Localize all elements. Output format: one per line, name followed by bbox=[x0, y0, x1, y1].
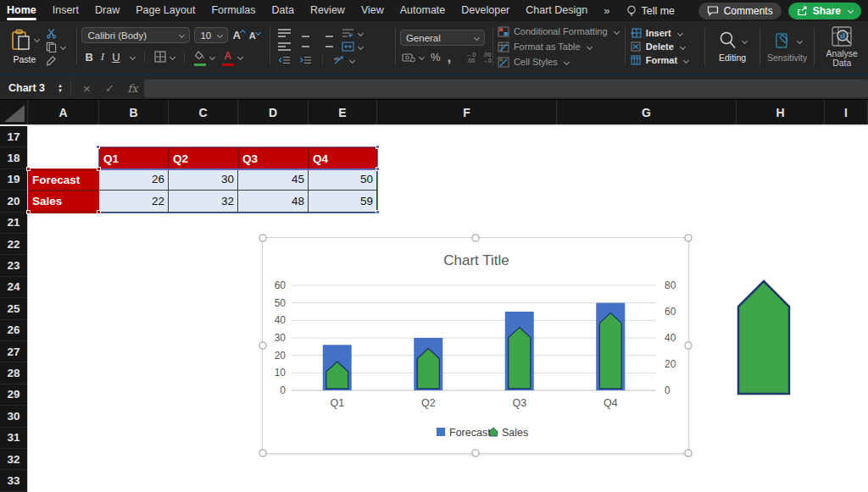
column-header-F[interactable]: F bbox=[377, 100, 557, 124]
borders-button[interactable] bbox=[154, 51, 175, 63]
range-handle[interactable] bbox=[26, 167, 31, 171]
comments-button[interactable]: Comments bbox=[698, 3, 782, 19]
number-format-select[interactable]: General bbox=[400, 30, 485, 46]
share-button[interactable]: Share bbox=[788, 3, 861, 19]
tab-overflow-icon[interactable]: » bbox=[604, 4, 610, 17]
chart-resize-handle[interactable] bbox=[472, 235, 480, 242]
range-handle[interactable] bbox=[97, 167, 101, 171]
tab-insert[interactable]: Insert bbox=[53, 1, 79, 21]
chart-resize-handle[interactable] bbox=[259, 450, 267, 457]
comma-style-button[interactable]: , bbox=[447, 54, 451, 61]
font-name-select[interactable]: Calibri (Body) bbox=[81, 27, 190, 43]
orientation-button[interactable]: ab bbox=[333, 55, 354, 65]
analyse-data-button[interactable]: AnalyseData bbox=[819, 25, 865, 69]
tell-me-button[interactable]: Tell me bbox=[626, 5, 675, 17]
tab-developer[interactable]: Developer bbox=[461, 1, 509, 21]
cell-quarter-header-Q2[interactable]: Q2 bbox=[169, 147, 238, 169]
row-header-24[interactable]: 24 bbox=[0, 277, 27, 298]
range-handle[interactable] bbox=[26, 210, 31, 214]
row-header-21[interactable]: 21 bbox=[0, 213, 27, 234]
chart-resize-handle[interactable] bbox=[685, 450, 693, 457]
align-top-button[interactable] bbox=[278, 29, 291, 37]
underline-button[interactable]: U bbox=[112, 51, 120, 64]
cell-quarter-header-Q1[interactable]: Q1 bbox=[99, 147, 169, 169]
chart-resize-handle[interactable] bbox=[472, 450, 480, 457]
format-painter-button[interactable] bbox=[46, 55, 57, 66]
align-right-button[interactable] bbox=[320, 42, 333, 51]
range-handle[interactable] bbox=[97, 210, 101, 214]
green-pentagon-shape[interactable] bbox=[737, 279, 791, 396]
cell-value[interactable]: 30 bbox=[169, 169, 238, 191]
delete-cells-button[interactable]: Delete bbox=[630, 41, 700, 52]
insert-function-button[interactable]: fx bbox=[121, 82, 144, 95]
cell-series-label-sales[interactable]: Sales bbox=[29, 191, 99, 212]
pentagon-sales-Q4[interactable] bbox=[599, 313, 621, 389]
cell-value[interactable]: 26 bbox=[99, 169, 169, 191]
tab-data[interactable]: Data bbox=[271, 1, 293, 21]
tab-home[interactable]: Home bbox=[7, 1, 36, 21]
row-header-23[interactable]: 23 bbox=[0, 255, 27, 276]
tab-draw[interactable]: Draw bbox=[95, 1, 120, 21]
row-header-30[interactable]: 30 bbox=[0, 406, 27, 427]
column-header-A[interactable]: A bbox=[28, 100, 99, 124]
chart-resize-handle[interactable] bbox=[685, 342, 693, 350]
row-header-25[interactable]: 25 bbox=[0, 298, 27, 319]
column-header-H[interactable]: H bbox=[737, 100, 825, 124]
select-all-button[interactable] bbox=[0, 100, 28, 124]
bold-button[interactable]: B bbox=[85, 51, 92, 64]
row-header-27[interactable]: 27 bbox=[0, 341, 27, 362]
grow-font-button[interactable]: A bbox=[232, 29, 244, 41]
sensitivity-button[interactable]: Sensitivity bbox=[765, 25, 810, 69]
column-header-D[interactable]: D bbox=[238, 100, 309, 124]
pentagon-sales-Q3[interactable] bbox=[509, 328, 531, 389]
enter-button[interactable]: ✓ bbox=[98, 82, 121, 95]
cell-styles-button[interactable]: Cell Styles bbox=[498, 57, 620, 68]
accounting-format-button[interactable] bbox=[402, 53, 424, 63]
row-header-29[interactable]: 29 bbox=[0, 384, 27, 406]
row-header-32[interactable]: 32 bbox=[0, 449, 27, 470]
chart-resize-handle[interactable] bbox=[685, 235, 693, 242]
paste-button[interactable]: Paste bbox=[5, 25, 44, 69]
tab-page-layout[interactable]: Page Layout bbox=[136, 1, 195, 21]
column-header-C[interactable]: C bbox=[169, 100, 238, 124]
align-bottom-button[interactable] bbox=[320, 29, 333, 37]
align-center-button[interactable] bbox=[299, 42, 312, 51]
chart-resize-handle[interactable] bbox=[259, 342, 267, 350]
insert-cells-button[interactable]: Insert bbox=[630, 28, 700, 38]
chart-object[interactable]: Chart Title0102030405060020406080Q1Q2Q3Q… bbox=[262, 237, 689, 454]
range-handle[interactable] bbox=[376, 167, 380, 171]
conditional-formatting-button[interactable]: Conditional Formatting bbox=[498, 26, 620, 37]
cancel-button[interactable]: × bbox=[75, 81, 98, 96]
cell-value[interactable]: 59 bbox=[309, 191, 377, 212]
cell-value[interactable]: 50 bbox=[309, 169, 377, 191]
row-header-33[interactable]: 33 bbox=[0, 470, 27, 491]
row-header-31[interactable]: 31 bbox=[0, 428, 27, 449]
copy-button[interactable] bbox=[46, 41, 65, 53]
column-header-B[interactable]: B bbox=[99, 100, 169, 124]
range-handle[interactable] bbox=[376, 210, 380, 214]
row-header-17[interactable]: 17 bbox=[0, 126, 27, 147]
row-header-22[interactable]: 22 bbox=[0, 234, 27, 255]
format-cells-button[interactable]: Format bbox=[630, 55, 700, 65]
align-middle-button[interactable] bbox=[299, 29, 312, 37]
cell-value[interactable]: 22 bbox=[99, 191, 169, 212]
editing-button[interactable]: Editing bbox=[709, 25, 755, 69]
font-color-button[interactable]: A bbox=[222, 47, 242, 66]
increase-indent-button[interactable] bbox=[299, 56, 312, 64]
fill-color-button[interactable] bbox=[194, 47, 214, 66]
percent-style-button[interactable]: % bbox=[431, 51, 441, 64]
shrink-font-button[interactable]: A bbox=[249, 30, 260, 41]
tab-chart-design[interactable]: Chart Design bbox=[526, 1, 587, 21]
cell-value[interactable]: 45 bbox=[238, 169, 309, 191]
cell-value[interactable]: 32 bbox=[169, 191, 238, 212]
row-header-20[interactable]: 20 bbox=[0, 191, 27, 212]
column-header-G[interactable]: G bbox=[557, 100, 737, 124]
decrease-decimal-button[interactable]: ←0.00 bbox=[466, 52, 476, 64]
cell-series-label-forecast[interactable]: Forecast bbox=[29, 169, 99, 191]
increase-decimal-button[interactable]: .00→0 bbox=[482, 52, 492, 64]
cut-button[interactable] bbox=[46, 28, 57, 39]
tab-review[interactable]: Review bbox=[310, 1, 345, 21]
wrap-text-button[interactable] bbox=[342, 28, 363, 38]
row-header-18[interactable]: 18 bbox=[0, 147, 27, 169]
name-box[interactable]: Chart 3 ▲▼ bbox=[0, 77, 66, 99]
